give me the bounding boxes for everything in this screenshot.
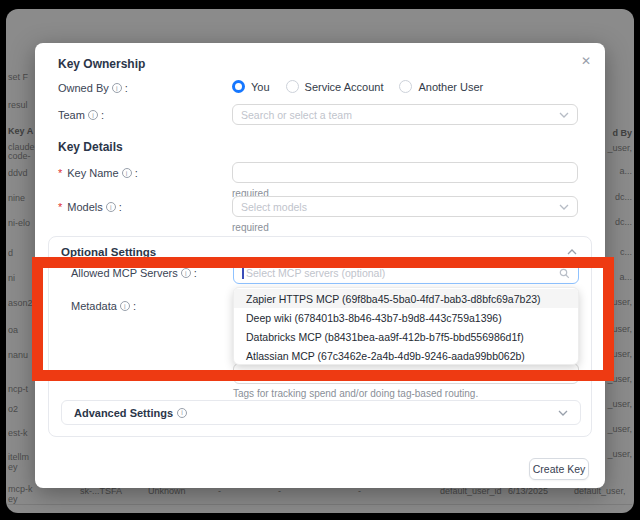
bg-fragment: d xyxy=(8,248,13,258)
tags-helper-text: Tags for tracking spend and/or doing tag… xyxy=(233,388,478,399)
radio-you[interactable]: You xyxy=(232,80,270,93)
models-select-input[interactable] xyxy=(241,201,559,213)
close-icon[interactable]: ✕ xyxy=(577,52,595,70)
info-icon: i xyxy=(106,202,116,212)
bg-fragment: d By xyxy=(612,128,632,138)
key-name-field[interactable] xyxy=(232,162,578,183)
bg-fragment: mcp-k xyxy=(8,484,33,494)
dropdown-option-atlassian[interactable]: Atlassian MCP (67c3462e-2a4b-4d9b-9246-a… xyxy=(234,346,578,365)
team-select-input[interactable] xyxy=(241,109,559,121)
dropdown-option-zapier[interactable]: Zapier HTTPS MCP (69f8ba45-5ba0-4fd7-bab… xyxy=(234,289,578,308)
metadata-label: Metadata i : xyxy=(71,300,136,312)
bg-fragment: nine xyxy=(8,193,25,203)
bg-fragment: _user, xyxy=(607,374,632,384)
bg-fragment: ni-elo xyxy=(8,218,30,228)
bg-fragment: ey xyxy=(8,462,18,472)
info-icon: i xyxy=(97,370,107,380)
search-icon xyxy=(559,268,570,279)
modal-title: Key Ownership xyxy=(58,57,145,71)
team-label: Team i : xyxy=(58,109,104,121)
bg-fragment: user, xyxy=(612,297,632,307)
info-icon: i xyxy=(120,301,130,311)
key-name-label: * Key Name i : xyxy=(58,167,138,179)
radio-unselected-icon xyxy=(286,80,299,93)
bg-fragment: user, xyxy=(612,349,632,359)
bg-fragment: est-k xyxy=(8,428,28,438)
info-icon: i xyxy=(122,168,132,178)
bg-fragment: nanu xyxy=(8,350,28,360)
mcp-servers-dropdown: Zapier HTTPS MCP (69f8ba45-5ba0-4fd7-bab… xyxy=(233,287,579,365)
bg-fragment: a... xyxy=(619,166,632,176)
models-label: * Models i : xyxy=(58,201,122,213)
info-icon: i xyxy=(88,110,98,120)
bg-fragment: _user, xyxy=(607,399,632,409)
optional-settings-heading: Optional Settings xyxy=(61,246,156,258)
bg-fragment: ni xyxy=(8,273,15,283)
chevron-down-icon xyxy=(559,112,569,118)
advanced-settings-heading: Advanced Settings xyxy=(74,407,173,419)
bg-fragment: _user, xyxy=(607,449,632,459)
advanced-settings-toggle[interactable]: Advanced Settings i xyxy=(61,400,581,425)
key-name-input[interactable] xyxy=(241,167,569,179)
key-details-heading: Key Details xyxy=(58,140,123,154)
radio-service-account[interactable]: Service Account xyxy=(286,80,384,93)
create-key-button[interactable]: Create Key xyxy=(529,458,589,480)
bg-fragment: Key A xyxy=(8,126,33,136)
dropdown-option-deep-wiki[interactable]: Deep wiki (678401b3-8b46-43b7-b9d8-443c7… xyxy=(234,308,578,327)
chevron-up-icon[interactable] xyxy=(567,249,577,255)
owned-by-label: Owned By i : xyxy=(58,82,128,94)
owned-by-radio-group: You Service Account Another User xyxy=(232,80,491,93)
tags-label: Tags i : xyxy=(71,369,113,381)
bg-fragment: itellm xyxy=(8,452,29,462)
models-select[interactable] xyxy=(232,196,578,217)
mcp-servers-label: Allowed MCP Servers i : xyxy=(71,267,197,279)
bg-fragment: code- xyxy=(8,151,31,161)
bg-fragment: resul xyxy=(8,100,28,110)
chevron-down-icon xyxy=(559,204,569,210)
radio-another-user[interactable]: Another User xyxy=(399,80,483,93)
bg-fragment: ddvd xyxy=(8,168,28,178)
bg-fragment: _user, xyxy=(607,424,632,434)
bg-fragment: dc... xyxy=(615,217,632,227)
info-icon: i xyxy=(177,408,187,418)
bg-table-divider xyxy=(8,504,632,505)
bg-fragment: ncp-t xyxy=(8,384,28,394)
team-select[interactable] xyxy=(232,104,578,125)
bg-fragment: user, xyxy=(612,324,632,334)
key-ownership-modal: Key Ownership ✕ Owned By i : You Service… xyxy=(35,43,605,488)
chevron-down-icon xyxy=(558,410,568,416)
bg-fragment: ason2 xyxy=(8,298,33,308)
bg-fragment: oa xyxy=(8,325,18,335)
radio-unselected-icon xyxy=(399,80,412,93)
bg-fragment: o2 xyxy=(8,404,18,414)
tags-input[interactable] xyxy=(242,368,560,380)
tags-select[interactable] xyxy=(233,363,579,384)
dropdown-option-databricks[interactable]: Databricks MCP (b8431bea-aa9f-412b-b7f5-… xyxy=(234,327,578,346)
bg-fragment: ey xyxy=(8,494,18,504)
bg-fragment: dc... xyxy=(615,192,632,202)
bg-fragment: c... xyxy=(620,247,632,257)
info-icon: i xyxy=(181,268,191,278)
mcp-servers-input[interactable] xyxy=(246,267,559,279)
models-required-hint: required xyxy=(232,222,269,233)
bg-fragment: _user, xyxy=(607,143,632,153)
chevron-down-icon xyxy=(560,371,570,377)
mcp-servers-select[interactable] xyxy=(233,262,579,284)
bg-fragment: a... xyxy=(619,272,632,282)
bg-fragment: set F xyxy=(8,72,28,82)
info-icon: i xyxy=(112,83,122,93)
radio-selected-icon xyxy=(232,80,245,93)
text-caret xyxy=(242,268,244,279)
optional-settings-panel: Optional Settings Allowed MCP Servers i … xyxy=(48,236,592,437)
